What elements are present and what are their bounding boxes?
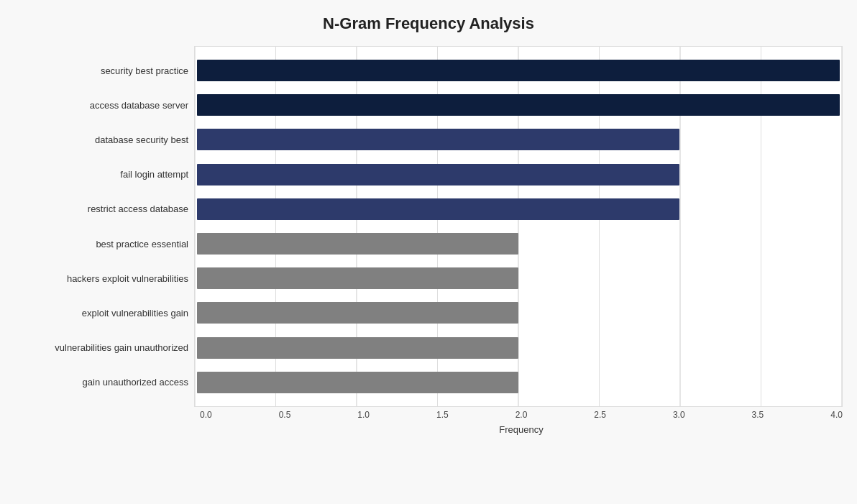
bar-row [194, 299, 843, 326]
x-tick: 3.0 [673, 410, 685, 420]
bar [197, 233, 518, 255]
y-label: vulnerabilities gain unauthorized [14, 331, 188, 365]
y-label: best practice essential [14, 226, 188, 261]
x-tick: 1.0 [357, 410, 370, 420]
bar-row [194, 230, 843, 257]
bar-row [194, 265, 843, 292]
y-label: restrict access database [14, 192, 188, 226]
bar-row [194, 334, 843, 362]
y-label: access database server [14, 88, 188, 122]
x-tick: 2.5 [594, 410, 606, 420]
bars-and-grid [194, 46, 843, 407]
bar-row [194, 161, 843, 188]
bar [197, 94, 840, 116]
y-label: gain unauthorized access [14, 365, 188, 400]
bar-row [194, 57, 843, 84]
y-labels: security best practiceaccess database se… [14, 46, 194, 407]
x-tick: 0.5 [279, 410, 291, 420]
x-tick: 2.0 [515, 410, 528, 420]
y-label: fail login attempt [14, 157, 188, 192]
bar [197, 302, 518, 324]
x-ticks: 0.00.51.01.52.02.53.03.54.0 [200, 407, 843, 423]
bars-section: security best practiceaccess database se… [14, 46, 843, 407]
x-axis-area: 0.00.51.01.52.02.53.03.54.0 Frequency [200, 407, 843, 435]
bar-row [194, 196, 843, 223]
y-label: hackers exploit vulnerabilities [14, 261, 188, 295]
chart-title: N-Gram Frequency Analysis [14, 14, 843, 33]
bar [197, 129, 679, 150]
chart-container: N-Gram Frequency Analysis security best … [0, 0, 857, 504]
chart-area: security best practiceaccess database se… [14, 46, 843, 435]
bar [197, 267, 518, 289]
x-tick: 0.0 [200, 410, 212, 420]
bar [197, 60, 840, 81]
y-label: exploit vulnerabilities gain [14, 295, 188, 330]
bar-row [194, 126, 843, 153]
y-label: security best practice [14, 53, 188, 88]
bar [197, 164, 679, 185]
x-tick: 1.5 [436, 410, 449, 420]
x-tick: 3.5 [752, 410, 764, 420]
y-label: database security best [14, 122, 188, 157]
x-axis-label: Frequency [200, 424, 843, 435]
bar [197, 337, 518, 359]
bar [197, 198, 679, 220]
bar [197, 372, 518, 393]
x-tick: 4.0 [830, 410, 843, 420]
bars-rows [194, 46, 843, 407]
bar-row [194, 91, 843, 119]
bar-row [194, 369, 843, 396]
